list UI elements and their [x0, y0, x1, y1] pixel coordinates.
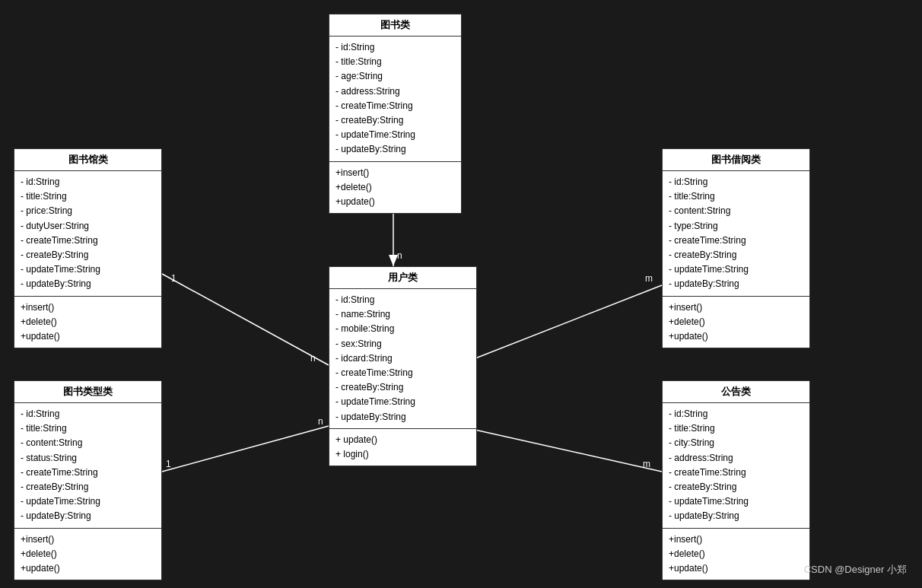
class-tushuguan-methods: +insert() +delete() +update(): [14, 297, 161, 348]
svg-marker-1: [389, 255, 398, 266]
svg-line-10: [162, 426, 329, 472]
class-tushulei-attributes: - id:String - title:String - age:String …: [329, 37, 461, 162]
svg-text:m: m: [643, 459, 650, 469]
class-gonggao-attributes: - id:String - title:String - city:String…: [663, 403, 809, 529]
class-tushujieyue-header: 图书借阅类: [663, 149, 809, 171]
class-gonggao-methods: +insert() +delete() +update(): [663, 529, 809, 580]
class-tushu-type: 图书类型类 - id:String - title:String - conte…: [14, 380, 162, 580]
class-yonghu-header: 用户类: [329, 267, 476, 289]
class-tushuguan: 图书馆类 - id:String - title:String - price:…: [14, 148, 162, 348]
svg-text:n: n: [318, 416, 323, 427]
class-gonggao-header: 公告类: [663, 381, 809, 403]
class-tushulei-header: 图书类: [329, 14, 461, 37]
class-yonghu-attributes: - id:String - name:String - mobile:Strin…: [329, 289, 476, 429]
class-tushu-type-methods: +insert() +delete() +update(): [14, 529, 161, 580]
class-tushu-type-header: 图书类型类: [14, 381, 161, 403]
class-gonggao: 公告类 - id:String - title:String - city:St…: [662, 380, 810, 580]
class-tushulei-methods: +insert() +delete() +update(): [329, 162, 461, 214]
class-yonghu-methods: + update() + login(): [329, 429, 476, 466]
class-tushulei: 图书类 - id:String - title:String - age:Str…: [329, 14, 462, 214]
svg-line-4: [162, 274, 329, 365]
svg-line-7: [458, 285, 662, 365]
svg-line-13: [458, 426, 662, 472]
class-tushujieyue-attributes: - id:String - title:String - content:Str…: [663, 171, 809, 297]
class-tushujieyue: 图书借阅类 - id:String - title:String - conte…: [662, 148, 810, 348]
class-tushujieyue-methods: +insert() +delete() +update(): [663, 297, 809, 348]
svg-text:1: 1: [171, 273, 176, 284]
class-tushuguan-header: 图书馆类: [14, 149, 161, 171]
class-tushu-type-attributes: - id:String - title:String - content:Str…: [14, 403, 161, 529]
class-tushuguan-attributes: - id:String - title:String - price:Strin…: [14, 171, 161, 297]
svg-text:m: m: [645, 273, 653, 284]
watermark: CSDN @Designer 小郑: [804, 563, 907, 577]
svg-text:n: n: [310, 353, 316, 364]
svg-text:n: n: [397, 250, 402, 261]
svg-text:1: 1: [166, 459, 171, 469]
class-yonghu: 用户类 - id:String - name:String - mobile:S…: [329, 266, 477, 466]
diagram-container: 1 n 1 n m n 1 n m n 图书类 - id:String - ti…: [0, 0, 922, 588]
